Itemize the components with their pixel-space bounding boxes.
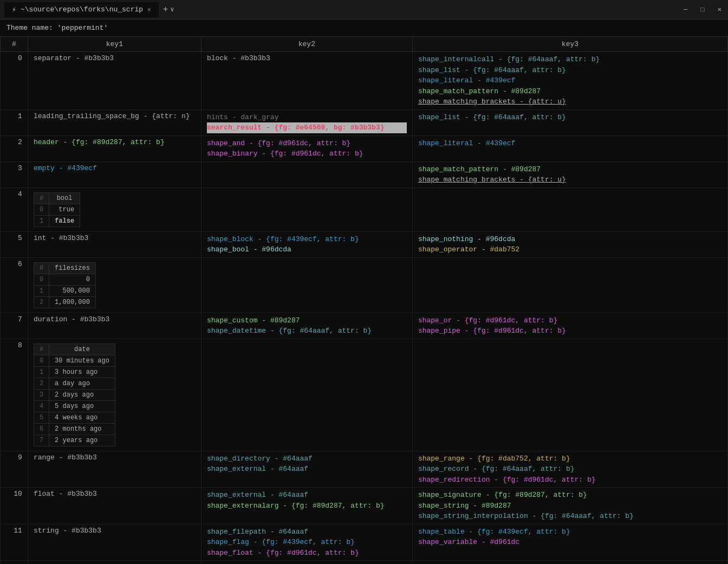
new-tab-button[interactable]: + [163, 5, 168, 15]
row-num: 6 [1, 257, 28, 313]
cell-k3: shape_or - {fg: #d961dc, attr: b} shape_… [412, 313, 727, 339]
inner-cell: 30 minutes ago [49, 355, 115, 366]
inner-row-num: 4 [34, 400, 49, 412]
inner-cell: 5 days ago [49, 400, 115, 412]
row-num: 3 [1, 161, 28, 187]
inner-bool-table: # bool 0 true 1 false [34, 192, 80, 227]
cell-k3 [412, 339, 727, 451]
terminal-tab[interactable]: ⚡ ~\source\repos\forks\nu_scrip ✕ [4, 2, 159, 17]
cell-k1: range - #b3b3b3 [28, 451, 201, 488]
row-num: 10 [1, 488, 28, 524]
inner-row-num: 6 [34, 423, 49, 435]
tab-dropdown-button[interactable]: ∨ [170, 5, 174, 14]
inner-cell: 3 hours ago [49, 366, 115, 378]
cell-text: shape_directory - #64aaaf [207, 453, 407, 464]
cell-k2: shape_filepath - #64aaaf shape_flag - {f… [201, 524, 412, 561]
cell-k3 [412, 187, 727, 231]
cell-text: int - #b3b3b3 [34, 234, 88, 242]
cell-text: shape_record - {fg: #64aaaf, attr: b} [418, 464, 722, 475]
inner-cell: 0 [49, 274, 96, 285]
table-row: 3 empty - #439ecf shape_match_pattern - … [1, 161, 728, 187]
cell-text: shape_matching_brackets - {attr: u} [418, 174, 722, 185]
row-num: 11 [1, 524, 28, 561]
inner-col-date: date [49, 343, 115, 355]
cell-k2: shape_filepath - #64aaaf shape_flag - {f… [201, 561, 412, 565]
row-num: 8 [1, 339, 28, 451]
cell-k2: shape_directory - #64aaaf shape_external… [201, 451, 412, 488]
table-row: 6 # filesizes 0 0 [1, 257, 728, 313]
cell-text: shape_custom - #89d287 [207, 315, 407, 326]
terminal-icon: ⚡ [12, 5, 16, 14]
row-num: 5 [1, 231, 28, 257]
cell-k2: hints - dark_gray search_result - {fg: #… [201, 109, 412, 135]
cell-text: shape_external - #64aaaf [207, 490, 407, 501]
row-num: 12 [1, 561, 28, 565]
cell-text: shape_pipe - {fg: #d961dc, attr: b} [418, 326, 722, 336]
table-row: 8 # date 0 30 minutes ago [1, 339, 728, 451]
cell-text: shape_block - {fg: #439ecf, attr: b} [207, 234, 407, 245]
cell-text: float - #b3b3b3 [34, 490, 97, 498]
cell-text: shape_datetime - {fg: #64aaaf, attr: b} [207, 326, 407, 336]
restore-button[interactable]: □ [699, 5, 707, 15]
table-row: 0 separator - #b3b3b3 block - #b3b3b3 sh… [1, 52, 728, 110]
inner-row-num: 0 [34, 355, 49, 366]
inner-row-num: 0 [34, 274, 49, 285]
cell-text: shape_flag - {fg: #439ecf, attr: b} [207, 537, 407, 548]
table-row: 2 header - {fg: #89d287, attr: b} shape_… [1, 135, 728, 161]
inner-table-row: 0 0 [34, 274, 95, 285]
cell-text: shape_filepath - #64aaaf [207, 527, 407, 537]
cell-text: shape_externalarg - {fg: #89d287, attr: … [207, 501, 407, 511]
cell-k2: block - #b3b3b3 [201, 52, 412, 110]
cell-k2 [201, 339, 412, 451]
cell-text: hints - dark_gray [207, 112, 407, 123]
inner-row-num: 3 [34, 389, 49, 400]
cell-text: shape_binary - {fg: #d961dc, attr: b} [207, 148, 407, 159]
cell-k1: # date 0 30 minutes ago 1 3 hours [28, 339, 201, 451]
inner-row-num: 1 [34, 366, 49, 378]
cell-text: separator - #b3b3b3 [34, 54, 114, 62]
cell-k3: shape_internalcall - {fg: #64aaaf, attr:… [412, 52, 727, 110]
inner-table-row: 7 2 years ago [34, 435, 115, 446]
inner-table-row: 0 true [34, 204, 80, 215]
cell-k3: shape_range - {fg: #dab752, attr: b} sha… [412, 451, 727, 488]
cell-text: shape_range - {fg: #dab752, attr: b} [418, 453, 722, 464]
cell-text: shape_signature - {fg: #89d287, attr: b} [418, 490, 722, 501]
cell-text: shape_or - {fg: #d961dc, attr: b} [418, 315, 722, 326]
tab-close-button[interactable]: ✕ [147, 6, 151, 13]
col-header-num: # [1, 37, 28, 52]
minimize-button[interactable]: — [681, 5, 690, 15]
inner-row-num: 5 [34, 412, 49, 423]
table-row: 9 range - #b3b3b3 shape_directory - #64a… [1, 451, 728, 488]
inner-cell: 1,000,000 [49, 296, 96, 308]
inner-table-row: 3 2 days ago [34, 389, 115, 400]
col-header-key2: key2 [201, 37, 412, 52]
inner-cell: 4 weeks ago [49, 412, 115, 423]
table-row: 7 duration - #b3b3b3 shape_custom - #89d… [1, 313, 728, 339]
cell-text: shape_list - {fg: #64aaaf, attr: b} [418, 112, 722, 123]
cell-k1: header - {fg: #89d287, attr: b} [28, 135, 201, 161]
cell-k3: shape_table - {fg: #439ecf, attr: b} sha… [412, 524, 727, 561]
cell-text: shape_nothing - #96dcda [418, 234, 722, 245]
cell-k1: separator - #b3b3b3 [28, 52, 201, 110]
cell-text: range - #b3b3b3 [34, 453, 97, 462]
cell-k1: nothing - #b3b3b3 [28, 561, 201, 565]
tab-label: ~\source\repos\forks\nu_scrip [21, 5, 143, 14]
row-num: 1 [1, 109, 28, 135]
cell-text: shape_match_pattern - #89d287 [418, 86, 722, 97]
cell-k2 [201, 187, 412, 231]
cell-text: shape_list - {fg: #64aaaf, attr: b} [418, 65, 722, 76]
cell-k1: duration - #b3b3b3 [28, 313, 201, 339]
cell-k1: string - #b3b3b3 [28, 524, 201, 561]
close-window-button[interactable]: ✕ [716, 4, 724, 15]
cell-k2: shape_external - #64aaaf shape_externala… [201, 488, 412, 524]
inner-cell: 2 days ago [49, 389, 115, 400]
table-row: 5 int - #b3b3b3 shape_block - {fg: #439e… [1, 231, 728, 257]
inner-col-num: # [34, 262, 49, 274]
inner-col-filesizes: filesizes [49, 262, 96, 274]
inner-cell: 2 months ago [49, 423, 115, 435]
col-header-key1: key1 [28, 37, 201, 52]
cell-k3: shape_literal - #439ecf [412, 135, 727, 161]
cell-k1: leading_trailing_space_bg - {attr: n} [28, 109, 201, 135]
theme-text: Theme name: 'peppermint' [6, 24, 108, 32]
cell-k2: shape_and - {fg: #d961dc, attr: b} shape… [201, 135, 412, 161]
